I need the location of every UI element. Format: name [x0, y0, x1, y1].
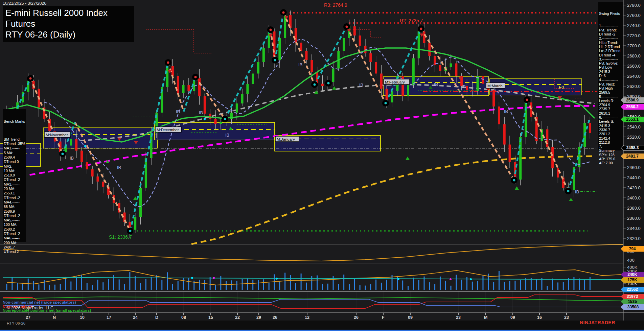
volume-bar — [499, 271, 500, 290]
panel-text-line: 6.------------- — [599, 115, 623, 119]
bench-marks-panel: Bench Marks ------------BM Trend:DTrend … — [3, 109, 26, 242]
volume-bar — [258, 280, 259, 290]
volume-bar — [451, 286, 452, 290]
candle — [519, 137, 522, 180]
price-axis-label: 2360.0 — [627, 216, 641, 221]
price-axis-label: 2340.0 — [627, 226, 641, 231]
price-chart[interactable]: R3: 2764.9R2: 2735.7S1: 2336.7F0IBIBIBIB… — [0, 0, 644, 331]
volume-bar — [306, 283, 307, 290]
axis-value-tag: 2586.9 — [621, 97, 644, 103]
volume-bar — [504, 282, 505, 290]
volume-bar — [360, 285, 361, 290]
volume-bar — [17, 283, 18, 290]
volume-bar — [167, 272, 168, 290]
swing-pivots-lines: 1.-------------Pvt. Trend:DTrend -22.---… — [599, 24, 623, 165]
price-axis-label: 2540.0 — [627, 124, 641, 129]
volume-bar — [434, 284, 435, 290]
candle — [278, 38, 281, 60]
ib-label: IB — [298, 62, 302, 67]
panel-text-line: AR: 175.6 — [599, 157, 623, 161]
candle — [369, 53, 372, 62]
price-axis-label: 2460.0 — [627, 165, 641, 170]
axis-value-tag: 22562 — [621, 287, 644, 292]
x-axis-label: 22 — [235, 315, 240, 320]
x-axis-label: 27 — [26, 315, 30, 320]
volume-bar — [151, 277, 152, 290]
volume-bar — [183, 278, 184, 290]
ib-label: IB — [575, 189, 579, 194]
volume-bar — [322, 284, 323, 290]
panel-text-line: DTrend 0 — [4, 160, 26, 164]
x-axis-label: N — [53, 315, 56, 320]
month-label: M:December — [157, 128, 179, 132]
candle — [236, 103, 238, 113]
chart-title-line2: RTY 06-26 (Daily) — [5, 29, 131, 40]
panel-text-line: 7.------------- — [599, 144, 623, 148]
ib-label: IB — [70, 156, 74, 161]
ib-label: IB — [176, 109, 180, 114]
month-label: M:February — [385, 80, 405, 84]
volume-bar — [65, 277, 66, 290]
ninjatrader-logo: NINJATRADER — [580, 320, 615, 325]
date-range-label: 10/21/2025 - 3/27/2026 — [3, 1, 46, 6]
panel-text-line: HiLo Trend: — [599, 41, 623, 45]
panel-text-line: 5.------------- — [599, 95, 623, 99]
candle — [423, 31, 425, 43]
x-axis-label: 17 — [107, 315, 111, 320]
x-axis-label: 26 — [273, 315, 277, 320]
panel-text-line: Lo:-2 DTrend — [599, 49, 623, 53]
candle — [80, 151, 83, 163]
volume-bar — [124, 284, 125, 290]
panel-text-line: 2112.8 — [599, 140, 623, 144]
pivot-low-dot — [314, 84, 316, 86]
volume-bar — [269, 283, 270, 290]
pivot-low-dot — [274, 59, 276, 62]
price-axis-label: 2700.0 — [627, 43, 641, 48]
candle — [75, 139, 77, 151]
x-axis-label: 29 — [256, 315, 261, 320]
cyan-dot-icon — [397, 278, 399, 280]
price-axis-label: 2640.0 — [627, 74, 641, 79]
bottom-bar — [0, 321, 644, 330]
ib-label: IB — [434, 82, 438, 87]
panel-text-line: Pvt. Trend: — [599, 28, 623, 32]
candle — [102, 182, 104, 187]
panel-text-line: MA4.------ — [4, 200, 26, 205]
candle — [145, 158, 147, 188]
candle — [134, 217, 136, 230]
pivot-low-dot — [129, 230, 132, 232]
volume-bar — [343, 275, 344, 290]
volume-bar — [188, 278, 189, 290]
volume-bar — [536, 279, 537, 290]
candle — [214, 119, 216, 124]
price-axis-label: 2680.0 — [627, 53, 641, 58]
panel-text-line: MA6.------ — [4, 236, 26, 240]
legend-noncommercial-net: Non-commercial net (large speculators) — [3, 300, 76, 304]
pivot-high-dot — [346, 26, 348, 28]
panel-text-line: 2142.4 — [599, 136, 623, 140]
volume-bar — [338, 284, 339, 290]
pivot-high-dot — [29, 77, 32, 80]
volume-bar — [140, 283, 141, 290]
volume-bar — [44, 280, 45, 290]
panel-text-line: 200 MA: — [4, 241, 26, 245]
panel-text-line: 55 MA: — [4, 205, 26, 209]
candle — [530, 102, 532, 117]
candle — [187, 85, 190, 91]
volume-bar — [563, 282, 564, 290]
candle — [220, 122, 222, 124]
volume-bar — [102, 282, 104, 290]
volume-bar — [547, 286, 548, 290]
candle — [295, 28, 297, 43]
volume-bar — [402, 281, 403, 290]
x-axis-label: 15 — [208, 315, 213, 320]
panel-text-line: DTrend -2 — [4, 214, 26, 218]
price-axis-label: 2320.0 — [627, 236, 641, 241]
panel-text-line: 2510.9 — [4, 173, 26, 178]
volume-bar — [557, 282, 558, 290]
volume-bar — [178, 281, 179, 290]
r3-label: R3: 2764.9 — [324, 2, 347, 8]
magenta-dot-icon — [450, 278, 452, 280]
volume-bar — [408, 286, 409, 290]
chart-title: E-mini Russell 2000 Index Futures RTY 06… — [3, 6, 134, 42]
